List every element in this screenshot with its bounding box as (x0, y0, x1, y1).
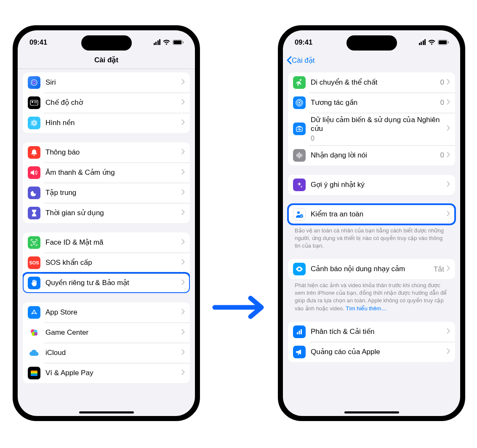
row-label: SOS khẩn cấp (45, 258, 181, 267)
wallpaper-icon (28, 117, 40, 129)
row-faceid[interactable]: Face ID & Mật mã (23, 232, 190, 253)
row-safety-check[interactable]: Kiểm tra an toàn (288, 204, 455, 224)
row-label: Tập trung (45, 188, 181, 197)
nearby-icon (293, 96, 306, 109)
back-label: Cài đặt (292, 56, 314, 65)
row-journal[interactable]: Gợi ý ghi nhật ký (288, 175, 455, 195)
row-wallet[interactable]: Ví & Apple Pay (23, 363, 190, 383)
chevron-right-icon (181, 148, 185, 157)
row-label: Chế độ chờ (45, 98, 181, 107)
chevron-right-icon (181, 328, 185, 337)
privacy-list-right[interactable]: Di chuyển & thể chất 0 Tương tác gần 0 D… (283, 69, 460, 416)
row-standby[interactable]: Chế độ chờ (23, 93, 190, 113)
row-focus[interactable]: Tập trung (23, 183, 190, 203)
icloud-icon (28, 347, 40, 359)
chevron-left-icon (286, 56, 292, 65)
row-notifications[interactable]: Thông báo (23, 142, 190, 163)
battery-icon (173, 40, 184, 45)
svg-point-26 (300, 79, 301, 81)
cellular-icon (419, 39, 426, 45)
svg-rect-2 (183, 41, 184, 43)
row-siri[interactable]: Siri (23, 72, 190, 93)
row-label: App Store (45, 308, 181, 317)
row-detail: 0 (440, 151, 444, 160)
chevron-right-icon (181, 78, 185, 87)
svg-point-27 (298, 102, 300, 104)
chevron-right-icon (181, 189, 185, 197)
cellular-icon (154, 39, 161, 45)
svg-point-12 (33, 120, 35, 126)
dynamic-island (81, 35, 132, 51)
row-detail: Tắt (434, 265, 444, 274)
svg-rect-36 (301, 329, 302, 334)
chevron-right-icon (181, 119, 185, 127)
svg-point-18 (34, 332, 37, 336)
svg-point-33 (299, 269, 300, 270)
row-sos[interactable]: SOS SOS khẩn cấp (23, 253, 190, 273)
row-gamecenter[interactable]: Game Center (23, 323, 190, 343)
row-wallpaper[interactable]: Hình nền (23, 113, 190, 133)
row-sounds[interactable]: Âm thanh & Cảm ứng (23, 163, 190, 183)
chevron-right-icon (447, 328, 450, 336)
row-sensitive[interactable]: Cảnh báo nội dung nhạy cảm Tắt (288, 259, 455, 279)
row-motion[interactable]: Di chuyển & thể chất 0 (288, 72, 455, 93)
chevron-right-icon (181, 238, 185, 247)
moon-icon (28, 187, 40, 199)
svg-rect-34 (297, 332, 298, 334)
megaphone-icon (293, 346, 306, 358)
back-button[interactable]: Cài đặt (286, 56, 314, 65)
waveform-icon (293, 149, 306, 162)
row-label: Quyền riêng tư & Bảo mật (45, 278, 181, 287)
row-speech[interactable]: Nhận dạng lời nói 0 (288, 145, 455, 165)
standby-icon (28, 96, 40, 109)
home-indicator[interactable] (79, 411, 134, 413)
running-icon (293, 76, 306, 89)
row-privacy[interactable]: Quyền riêng tư & Bảo mật (23, 273, 190, 293)
row-label: Quảng cáo của Apple (311, 347, 447, 356)
nav-title: Cài đặt (94, 56, 118, 64)
row-research[interactable]: Dữ liệu cảm biến & sử dụng của Nghiên cứ… (288, 113, 455, 145)
group-footer: Bảo vệ an toàn cá nhân của bạn bằng cách… (288, 224, 455, 250)
settings-group: Face ID & Mật mã SOS SOS khẩn cấp Quyền … (23, 232, 190, 293)
wifi-icon (428, 40, 435, 45)
faceid-icon (28, 236, 40, 249)
row-appstore[interactable]: App Store (23, 302, 190, 323)
row-label: Kiểm tra an toàn (311, 210, 447, 219)
research-icon (293, 123, 306, 135)
row-label: Ví & Apple Pay (45, 368, 181, 377)
settings-group: App Store Game Center iCloud Ví & Apple … (23, 302, 190, 383)
status-icons (154, 39, 184, 45)
chevron-right-icon (447, 151, 450, 160)
row-analytics[interactable]: Phân tích & Cải tiến (288, 322, 455, 342)
nav-bar: Cài đặt (283, 51, 460, 69)
settings-group: Thông báo Âm thanh & Cảm ứng Tập trung T… (23, 142, 190, 223)
wifi-icon (163, 40, 170, 45)
hourglass-icon (28, 207, 40, 219)
chevron-right-icon (447, 265, 450, 273)
phone-left: 09:41 Cài đặt Siri Chế độ chờ (13, 25, 200, 421)
row-label: iCloud (45, 348, 181, 357)
status-time: 09:41 (29, 38, 47, 46)
dynamic-island (346, 35, 397, 51)
learn-more-link[interactable]: Tìm hiểu thêm… (346, 305, 386, 312)
row-label: Cảnh báo nội dung nhạy cảm (311, 264, 434, 273)
row-ads[interactable]: Quảng cáo của Apple (288, 342, 455, 362)
row-icloud[interactable]: iCloud (23, 343, 190, 363)
home-indicator[interactable] (344, 411, 399, 413)
hand-icon (28, 277, 40, 289)
settings-list-left[interactable]: Siri Chế độ chờ Hình nền Thông báo (18, 69, 195, 416)
svg-rect-24 (439, 40, 447, 44)
row-screentime[interactable]: Thời gian sử dụng (23, 203, 190, 223)
chevron-right-icon (181, 279, 185, 287)
chevron-right-icon (181, 308, 185, 317)
status-icons (419, 39, 450, 45)
row-label: Thời gian sử dụng (45, 208, 181, 217)
row-detail: 0 (440, 99, 444, 107)
row-detail: 0 (440, 78, 444, 87)
svg-point-31 (297, 211, 300, 214)
privacy-group-safety: Kiểm tra an toàn (288, 204, 455, 224)
chevron-right-icon (181, 259, 185, 267)
arrow-right-icon (211, 295, 269, 322)
chevron-right-icon (181, 369, 185, 377)
row-nearby[interactable]: Tương tác gần 0 (288, 93, 455, 113)
